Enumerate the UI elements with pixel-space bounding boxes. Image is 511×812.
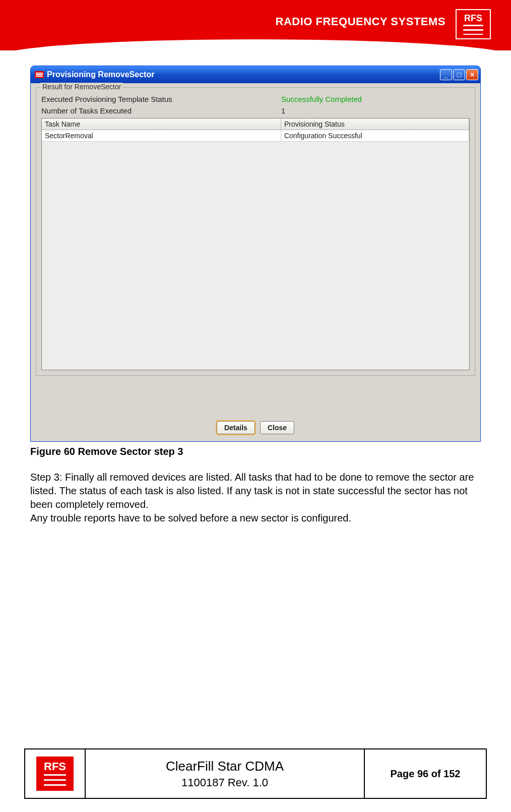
col-task-name[interactable]: Task Name <box>42 119 281 130</box>
task-table: Task Name Provisioning Status SectorRemo… <box>41 118 470 370</box>
provisioning-window: Provisioning RemoveSector _ □ × Result f… <box>30 66 481 442</box>
fieldset-legend: Result for RemoveSector <box>40 83 123 91</box>
close-button[interactable]: Close <box>260 421 294 434</box>
brand-text: RADIO FREQUENCY SYSTEMS <box>276 15 445 28</box>
page-footer-table: RFS ClearFill Star CDMA 1100187 Rev. 1.0… <box>24 748 487 799</box>
footer-rev: 1100187 Rev. 1.0 <box>181 776 268 789</box>
footer-logo: RFS <box>36 757 74 791</box>
brand-logo: RFS <box>456 9 491 39</box>
col-provisioning-status[interactable]: Provisioning Status <box>281 119 469 130</box>
app-icon <box>35 71 44 78</box>
minimize-button[interactable]: _ <box>440 69 452 80</box>
cell-provisioning-status: Configuration Successful <box>281 130 469 142</box>
cell-task-name: SectorRemoval <box>42 130 281 142</box>
wave-icon <box>44 774 66 786</box>
footer-page-cell: Page 96 of 152 <box>365 749 486 798</box>
wave-icon <box>463 25 483 35</box>
step-text: Step 3: Finally all removed devices are … <box>30 471 481 525</box>
info-label: Executed Provisioning Template Status <box>41 95 281 103</box>
dialog-button-row: Details Close <box>36 421 475 434</box>
figure-caption: Figure 60 Remove Sector step 3 <box>30 446 481 457</box>
footer-title-cell: ClearFill Star CDMA 1100187 Rev. 1.0 <box>86 749 365 798</box>
info-value: 1 <box>281 106 470 115</box>
close-window-button[interactable]: × <box>466 69 478 80</box>
window-titlebar[interactable]: Provisioning RemoveSector _ □ × <box>31 66 480 83</box>
info-value: Successfully Completed <box>281 95 470 103</box>
brand-logo-text: RFS <box>464 14 482 23</box>
footer-logo-cell: RFS <box>25 749 86 798</box>
footer-logo-text: RFS <box>44 761 66 772</box>
details-button[interactable]: Details <box>217 421 255 434</box>
info-label: Number of Tasks Executed <box>41 106 281 115</box>
window-body: Result for RemoveSector Executed Provisi… <box>31 83 480 441</box>
footer-title: ClearFill Star CDMA <box>166 759 284 774</box>
table-row[interactable]: SectorRemoval Configuration Successful <box>42 130 469 142</box>
maximize-button[interactable]: □ <box>453 69 465 80</box>
info-row: Executed Provisioning Template Status Su… <box>41 95 470 103</box>
window-title: Provisioning RemoveSector <box>47 70 154 79</box>
footer-page-number: Page 96 of 152 <box>391 768 461 780</box>
result-fieldset: Result for RemoveSector Executed Provisi… <box>36 87 475 376</box>
page-header: RADIO FREQUENCY SYSTEMS RFS <box>0 0 511 50</box>
info-row: Number of Tasks Executed 1 <box>41 106 470 115</box>
table-header-row: Task Name Provisioning Status <box>42 119 469 130</box>
step-text-p1: Step 3: Finally all removed devices are … <box>30 472 474 510</box>
header-curve <box>0 39 511 60</box>
step-text-p2: Any trouble reports have to be solved be… <box>30 512 351 524</box>
